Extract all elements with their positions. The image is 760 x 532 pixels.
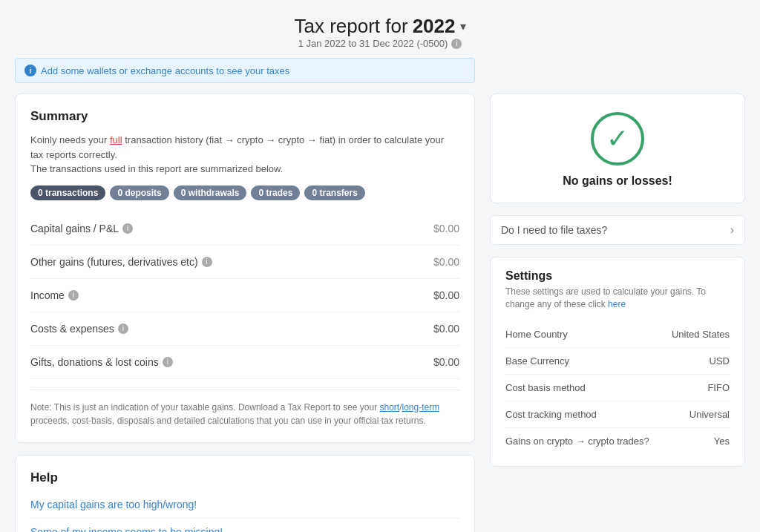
cost-tracking-value: Universal	[689, 409, 730, 420]
country-value: United States	[672, 329, 730, 340]
help-links: My capital gains are too high/wrong! Som…	[30, 491, 459, 533]
badge-trades[interactable]: 0 trades	[251, 185, 300, 200]
page-header: Tax report for 2022 ▾ 1 Jan 2022 to 31 D…	[15, 15, 745, 49]
settings-row-country: Home Country United States	[505, 321, 730, 348]
subtitle-info-icon[interactable]: i	[451, 39, 462, 49]
page-subtitle: 1 Jan 2022 to 31 Dec 2022 (-0500) i	[15, 38, 745, 49]
cost-basis-key: Cost basis method	[505, 382, 586, 393]
desc-line2: The transactions used in this report are…	[30, 163, 283, 174]
gains-crypto-key: Gains on crypto → crypto trades?	[505, 436, 649, 447]
settings-title: Settings	[505, 269, 730, 283]
settings-here-link[interactable]: here	[608, 299, 626, 309]
alert-bar: i Add some wallets or exchange accounts …	[15, 58, 475, 83]
capital-gains-label: Capital gains / P&L i	[30, 223, 133, 234]
costs-info-icon[interactable]: i	[118, 324, 128, 334]
summary-note: Note: This is just an indication of your…	[30, 390, 459, 427]
help-title: Help	[30, 470, 459, 485]
title-prefix: Tax report for	[294, 15, 407, 38]
gains-crypto-value: Yes	[714, 436, 730, 447]
no-gains-card: ✓ No gains or losses!	[490, 93, 745, 203]
gifts-value: $0.00	[433, 356, 459, 368]
badge-withdrawals[interactable]: 0 withdrawals	[174, 185, 247, 200]
other-gains-info-icon[interactable]: i	[202, 257, 212, 267]
income-info-icon[interactable]: i	[68, 290, 79, 301]
page-title: Tax report for 2022 ▾	[294, 15, 465, 38]
short-link[interactable]: short	[379, 402, 399, 413]
badge-deposits[interactable]: 0 deposits	[110, 185, 168, 200]
year-badge: 2022	[413, 15, 456, 38]
check-circle: ✓	[591, 112, 644, 165]
costs-label: Costs & expenses i	[30, 323, 128, 335]
settings-row-gains-crypto: Gains on crypto → crypto trades? Yes	[505, 428, 730, 454]
summary-row-income: Income i $0.00	[30, 279, 459, 312]
summary-row-costs: Costs & expenses i $0.00	[30, 312, 459, 346]
help-link-income[interactable]: Some of my income seems to be missing!	[30, 519, 459, 533]
left-column: Summary Koinly needs your full transacti…	[15, 93, 475, 532]
capital-gains-value: $0.00	[433, 223, 459, 234]
help-link-capital-gains[interactable]: My capital gains are too high/wrong!	[30, 491, 459, 519]
settings-row-cost-basis: Cost basis method FIFO	[505, 375, 730, 401]
gifts-info-icon[interactable]: i	[163, 357, 173, 367]
badges-row: 0 transactions 0 deposits 0 withdrawals …	[30, 185, 459, 200]
file-taxes-button[interactable]: Do I need to file taxes? ›	[490, 215, 745, 245]
checkmark-icon: ✓	[606, 125, 629, 152]
alert-text: Add some wallets or exchange accounts to…	[41, 65, 289, 76]
other-gains-label: Other gains (futures, derivatives etc) i	[30, 256, 212, 268]
summary-row-capital-gains: Capital gains / P&L i $0.00	[30, 212, 459, 246]
income-label: Income i	[30, 289, 79, 301]
settings-row-currency: Base Currency USD	[505, 348, 730, 375]
summary-row-other-gains: Other gains (futures, derivatives etc) i…	[30, 246, 459, 279]
other-gains-value: $0.00	[433, 256, 459, 268]
cost-basis-value: FIFO	[707, 382, 730, 393]
settings-description: These settings are used to calculate you…	[505, 286, 730, 311]
year-dropdown-icon[interactable]: ▾	[460, 19, 466, 33]
summary-card: Summary Koinly needs your full transacti…	[15, 93, 475, 443]
right-column: ✓ No gains or losses! Do I need to file …	[490, 93, 745, 467]
gifts-label: Gifts, donations & lost coins i	[30, 356, 173, 368]
long-term-link[interactable]: long-term	[402, 402, 440, 413]
desc-part1: Koinly needs your	[30, 134, 107, 145]
costs-value: $0.00	[433, 323, 459, 335]
summary-row-gifts: Gifts, donations & lost coins i $0.00	[30, 346, 459, 379]
income-value: $0.00	[433, 289, 459, 301]
summary-title: Summary	[30, 109, 459, 124]
badge-transfers[interactable]: 0 transfers	[304, 185, 364, 200]
desc-full-link[interactable]: full	[110, 134, 122, 145]
country-key: Home Country	[505, 329, 568, 340]
badge-transactions[interactable]: 0 transactions	[30, 185, 105, 200]
currency-key: Base Currency	[505, 355, 569, 367]
alert-info-icon: i	[24, 65, 36, 76]
chevron-right-icon: ›	[730, 223, 734, 237]
file-taxes-label: Do I need to file taxes?	[501, 224, 607, 236]
summary-description: Koinly needs your full transaction histo…	[30, 133, 459, 177]
cost-tracking-key: Cost tracking method	[505, 409, 597, 420]
currency-value: USD	[710, 355, 730, 367]
help-card: Help My capital gains are too high/wrong…	[15, 455, 475, 533]
no-gains-text: No gains or losses!	[563, 174, 672, 188]
capital-gains-info-icon[interactable]: i	[122, 223, 133, 234]
main-grid: Summary Koinly needs your full transacti…	[15, 93, 745, 532]
settings-row-cost-tracking: Cost tracking method Universal	[505, 401, 730, 428]
settings-card: Settings These settings are used to calc…	[490, 257, 745, 467]
